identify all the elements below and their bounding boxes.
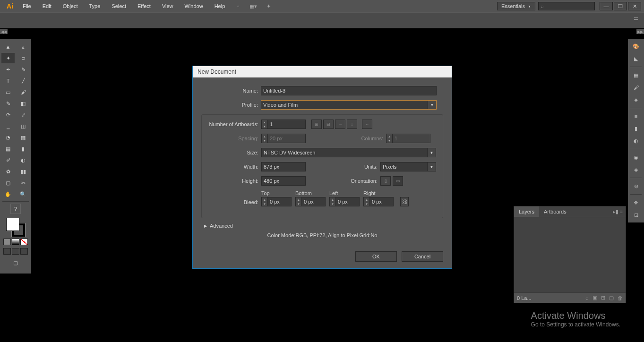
graphic-styles-panel-icon[interactable]: ◈ [629,164,643,175]
make-clipping-mask-icon[interactable]: ▣ [592,295,597,301]
layers-panel-icon[interactable]: ❖ [629,197,643,208]
sync-icon[interactable]: ✦ [263,1,274,11]
artboards-input[interactable] [268,120,306,129]
bridge-icon[interactable]: ▫ [232,1,244,11]
bleed-bottom-stepper[interactable]: ▲▼ [295,197,326,206]
artboards-panel-icon[interactable]: ⊡ [629,209,643,221]
eyedropper-tool[interactable]: ✐ [1,155,15,165]
screen-mode-icon[interactable]: ▢ [9,257,22,268]
slice-tool[interactable]: ✂ [17,178,30,188]
draw-inside-icon[interactable] [20,248,28,255]
menu-window[interactable]: Window [179,3,209,9]
ok-button[interactable]: OK [355,251,397,262]
profile-dropdown[interactable]: Video and Film ▼ [261,100,437,110]
create-new-layer-icon[interactable]: ▢ [609,295,614,301]
transparency-panel-icon[interactable]: ◐ [629,135,643,146]
gradient-mode-icon[interactable] [12,239,19,245]
hand-tool[interactable]: ✋ [1,189,15,199]
line-tool[interactable]: ╱ [17,76,30,86]
minimize-button[interactable]: — [600,2,613,10]
bleed-left-stepper[interactable]: ▲▼ [329,197,360,206]
bleed-top-input[interactable] [268,197,292,206]
bleed-left-input[interactable] [336,197,360,206]
draw-normal-icon[interactable] [3,248,11,255]
menu-view[interactable]: View [156,3,179,9]
color-panel-icon[interactable]: 🎨 [629,41,643,52]
rotate-tool[interactable]: ⟳ [1,110,15,120]
perspective-tool[interactable]: ▦ [17,132,30,143]
name-input[interactable] [261,86,437,95]
tab-layers[interactable]: Layers [514,206,539,217]
right-panels-collapse-icon[interactable]: ▶▶ [636,29,644,34]
unknown-tool[interactable]: ? [10,204,21,214]
magic-wand-tool[interactable]: ✦ [1,53,15,63]
bleed-right-stepper[interactable]: ▲▼ [363,197,394,206]
pen-tool[interactable]: ✒ [1,64,15,75]
draw-behind-icon[interactable] [12,248,19,255]
cc-libraries-panel-icon[interactable]: ⊚ [629,180,643,192]
grid-by-row-icon[interactable]: ⊞ [311,120,322,129]
units-dropdown[interactable]: Pixels ▼ [380,162,436,171]
selection-tool[interactable]: ▲ [1,42,15,52]
panel-options-icon[interactable]: ☰ [634,17,638,23]
height-input[interactable] [261,176,306,186]
orientation-landscape-icon[interactable]: ▭ [393,176,403,186]
orientation-portrait-icon[interactable]: ▯ [380,176,391,186]
bleed-bottom-input[interactable] [302,197,326,206]
menu-select[interactable]: Select [106,3,132,9]
free-transform-tool[interactable]: ◫ [17,121,30,131]
lasso-tool[interactable]: ⊃ [17,53,30,63]
brushes-panel-icon[interactable]: 🖌 [629,82,643,93]
tab-artboards[interactable]: Artboards [539,206,571,217]
artboard-tool[interactable]: ▢ [1,178,15,188]
mesh-tool[interactable]: ▦ [1,144,15,154]
link-bleed-icon[interactable]: ⛓ [400,197,409,206]
rtl-icon[interactable]: ← [362,120,372,129]
panel-menu-icon[interactable]: ▸▮ ≡ [610,209,626,215]
fill-swatch[interactable] [6,218,19,231]
menu-object[interactable]: Object [57,3,84,9]
artboards-stepper[interactable]: ▲▼ [261,120,306,129]
symbols-panel-icon[interactable]: ♣ [629,94,643,105]
create-sublayer-icon[interactable]: ⊞ [601,295,605,301]
direct-selection-tool[interactable]: ▵ [17,42,30,52]
stroke-panel-icon[interactable]: ≡ [629,111,643,122]
size-dropdown[interactable]: NTSC DV Widescreen ▼ [261,148,436,157]
restore-button[interactable]: ❐ [614,2,627,10]
width-input[interactable] [261,162,306,171]
appearance-panel-icon[interactable]: ◉ [629,152,643,163]
search-input[interactable]: ⌕ [538,2,595,10]
delete-layer-icon[interactable]: 🗑 [618,295,623,301]
gradient-panel-icon[interactable]: ▮ [629,123,643,134]
zoom-tool[interactable]: 🔍 [17,189,30,199]
menu-edit[interactable]: Edit [37,3,57,9]
curvature-tool[interactable]: ✎ [17,64,30,75]
width-tool[interactable]: ⎯ [1,121,15,131]
arrange-col-icon[interactable]: ↓ [347,120,357,129]
menu-type[interactable]: Type [84,3,106,9]
symbol-sprayer-tool[interactable]: ✿ [1,166,15,177]
eraser-tool[interactable]: ◧ [17,98,30,109]
locate-object-icon[interactable]: ⌕ [585,295,589,301]
bleed-top-stepper[interactable]: ▲▼ [261,197,292,206]
type-tool[interactable]: T [1,76,15,86]
arrange-row-icon[interactable]: → [335,120,345,129]
toolbox-collapse-icon[interactable]: ◀◀ [0,29,8,34]
color-mode-icon[interactable] [3,239,11,245]
menu-file[interactable]: File [17,3,37,9]
menu-effect[interactable]: Effect [132,3,156,9]
close-button[interactable]: ✕ [628,2,641,10]
arrange-icon[interactable]: ▦▾ [248,1,259,11]
menu-help[interactable]: Help [209,3,231,9]
swatches-panel-icon[interactable]: ▦ [629,69,643,81]
workspace-dropdown[interactable]: Essentials ▼ [497,2,535,10]
bleed-right-input[interactable] [370,197,394,206]
grid-by-col-icon[interactable]: ⊟ [323,120,334,129]
cancel-button[interactable]: Cancel [402,251,443,262]
rectangle-tool[interactable]: ▭ [1,87,15,97]
pencil-tool[interactable]: ✎ [1,98,15,109]
color-guide-panel-icon[interactable]: ◣ [629,53,643,64]
none-mode-icon[interactable] [20,239,28,245]
blend-tool[interactable]: ◐ [17,155,30,165]
scale-tool[interactable]: ⤢ [17,110,30,120]
